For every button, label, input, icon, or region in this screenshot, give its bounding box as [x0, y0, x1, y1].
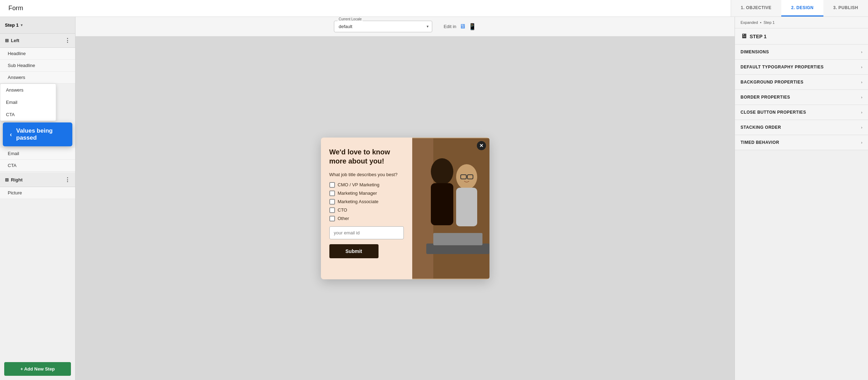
checkbox-4[interactable] [329, 216, 335, 221]
sidebar-item-headline[interactable]: Headline [0, 48, 75, 60]
tooltip-label: Values being passed [16, 127, 65, 141]
step-header: Step 1 ▾ [0, 17, 75, 34]
property-chevron-stacking: › [861, 125, 862, 129]
mobile-icon[interactable]: 📱 [468, 23, 476, 31]
locale-label: Current Locale [337, 17, 363, 21]
property-label-stacking: STACKING ORDER [741, 125, 781, 130]
property-background[interactable]: BACKGROUND PROPERTIES › [735, 75, 868, 90]
svg-rect-11 [433, 233, 482, 245]
checkbox-item-1[interactable]: Marketing Manager [329, 191, 404, 196]
edit-in-group: Edit in 🖥 📱 [443, 23, 476, 31]
form-title: Form [8, 5, 23, 12]
property-chevron-background: › [861, 80, 862, 84]
checkbox-label-1: Marketing Manager [338, 191, 377, 196]
form-popup-left: We'd love to know more about you! What j… [321, 138, 412, 279]
locale-select[interactable]: default [334, 21, 432, 32]
tab-objective[interactable]: 1. OBJECTIVE [731, 0, 781, 16]
left-sidebar: Step 1 ▾ ⊞ Left ⋮ Headline Sub Headline … [0, 17, 75, 380]
checkbox-item-0[interactable]: CMO / VP Marketing [329, 182, 404, 188]
monitor-icon: 🖥 [741, 33, 747, 40]
property-label-border: BORDER PROPERTIES [741, 95, 790, 100]
property-border[interactable]: BORDER PROPERTIES › [735, 90, 868, 105]
main-layout: Step 1 ▾ ⊞ Left ⋮ Headline Sub Headline … [0, 17, 868, 380]
step-title-text: STEP 1 [750, 34, 767, 39]
checkbox-2[interactable] [329, 199, 335, 205]
edit-in-label: Edit in [443, 24, 456, 29]
form-popup: ✕ We'd love to know more about you! What… [321, 138, 489, 279]
right-section-label: Right [11, 177, 22, 182]
property-close-button[interactable]: CLOSE BUTTON PROPERTIES › [735, 105, 868, 120]
svg-point-3 [431, 158, 453, 185]
tab-publish[interactable]: 3. PUBLISH [823, 0, 868, 16]
step-label-text: Step 1 [5, 22, 19, 28]
canvas-toolbar: Current Locale default ▾ Edit in 🖥 📱 [75, 17, 735, 36]
sidebar-item-cta[interactable]: CTA [0, 160, 75, 172]
tab-design[interactable]: 2. DESIGN [781, 0, 823, 16]
property-label-timed: TIMED BEHAVIOR [741, 140, 779, 145]
popup-photo [412, 138, 489, 279]
property-chevron-typography: › [861, 65, 862, 69]
sidebar-item-email[interactable]: Email [0, 148, 75, 160]
step-label: Step 1 ▾ [5, 22, 22, 28]
left-section-icon: ⊞ [5, 38, 9, 43]
left-section-menu-icon[interactable]: ⋮ [65, 37, 70, 44]
svg-rect-4 [431, 183, 453, 225]
breadcrumb-part1: Expanded [741, 20, 758, 25]
svg-rect-6 [456, 188, 477, 226]
top-navigation: Form 1. OBJECTIVE 2. DESIGN 3. PUBLISH [0, 0, 868, 17]
values-tooltip: ‹ Values being passed [3, 122, 72, 146]
page-title: Form [0, 0, 731, 16]
form-popup-right [412, 138, 489, 279]
dropdown-item-answers[interactable]: Answers [0, 84, 56, 96]
property-label-typography: DEFAULT TYPOGRAPHY PROPERTIES [741, 65, 824, 69]
add-step-button[interactable]: + Add New Step [4, 362, 71, 376]
sidebar-item-picture[interactable]: Picture [0, 187, 75, 199]
email-input[interactable] [329, 226, 404, 239]
section-left: ⊞ Left ⋮ [0, 34, 75, 48]
property-chevron-close-button: › [861, 110, 862, 114]
checkbox-label-2: Marketing Associate [338, 199, 379, 204]
checkbox-label-0: CMO / VP Marketing [338, 182, 380, 187]
property-chevron-dimensions: › [861, 50, 862, 54]
canvas-content: ✕ We'd love to know more about you! What… [75, 36, 735, 380]
property-label-background: BACKGROUND PROPERTIES [741, 80, 803, 85]
popup-headline: We'd love to know more about you! [329, 147, 404, 166]
left-section-label: Left [11, 38, 19, 43]
right-panel: Expanded • Step 1 🖥 STEP 1 DIMENSIONS › … [735, 17, 868, 380]
popup-question: What job title describes you best? [329, 172, 404, 177]
right-panel-step-title: 🖥 STEP 1 [735, 28, 868, 45]
checkbox-item-3[interactable]: CTO [329, 207, 404, 213]
right-section-icon: ⊞ [5, 177, 9, 182]
breadcrumb-part2: Step 1 [763, 20, 775, 25]
locale-group: Current Locale default ▾ [334, 21, 432, 32]
checkbox-label-3: CTO [338, 207, 347, 213]
sidebar-item-subheadline[interactable]: Sub Headline [0, 60, 75, 72]
property-timed-behavior[interactable]: TIMED BEHAVIOR › [735, 135, 868, 150]
checkbox-0[interactable] [329, 182, 335, 188]
right-section-menu-icon[interactable]: ⋮ [65, 176, 70, 183]
property-label-dimensions: DIMENSIONS [741, 49, 769, 54]
close-button[interactable]: ✕ [477, 141, 486, 150]
tooltip-back-arrow[interactable]: ‹ [10, 131, 12, 138]
desktop-icon[interactable]: 🖥 [459, 23, 466, 30]
checkbox-3[interactable] [329, 207, 335, 213]
property-label-close-button: CLOSE BUTTON PROPERTIES [741, 110, 806, 115]
breadcrumb-separator: • [760, 20, 762, 25]
dropdown-item-cta[interactable]: CTA [0, 108, 56, 121]
breadcrumb: Expanded • Step 1 [735, 17, 868, 28]
checkbox-1[interactable] [329, 191, 335, 196]
checkbox-list: CMO / VP Marketing Marketing Manager Mar… [329, 182, 404, 221]
dropdown-item-email[interactable]: Email [0, 96, 56, 108]
checkbox-item-4[interactable]: Other [329, 216, 404, 221]
property-chevron-border: › [861, 95, 862, 99]
property-dimensions[interactable]: DIMENSIONS › [735, 45, 868, 60]
dropdown-menu: Answers Email CTA [0, 84, 56, 121]
sidebar-item-answers[interactable]: Answers [0, 72, 75, 84]
property-default-typography[interactable]: DEFAULT TYPOGRAPHY PROPERTIES › [735, 60, 868, 75]
checkbox-item-2[interactable]: Marketing Associate [329, 199, 404, 205]
canvas-area: Current Locale default ▾ Edit in 🖥 📱 ✕ W… [75, 17, 735, 380]
step-chevron-icon: ▾ [21, 23, 22, 27]
section-right: ⊞ Right ⋮ [0, 173, 75, 187]
submit-button[interactable]: Submit [329, 244, 379, 258]
property-stacking-order[interactable]: STACKING ORDER › [735, 120, 868, 135]
